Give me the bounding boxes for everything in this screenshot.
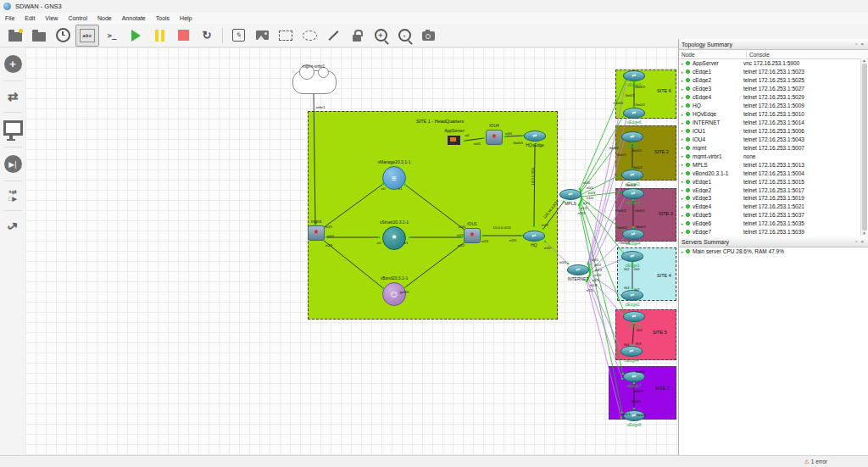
draw-ellipse-icon[interactable]: [298, 25, 320, 46]
link[interactable]: [579, 205, 622, 413]
expand-arrow-icon[interactable]: ▸: [679, 162, 686, 167]
table-row[interactable]: ▸HQtelnet 172.16.253.1:5009: [679, 102, 868, 110]
expand-arrow-icon[interactable]: ▸: [679, 103, 686, 108]
scroll-down-icon[interactable]: ▼: [862, 231, 865, 236]
menu-control[interactable]: Control: [63, 14, 92, 22]
node-vedge5[interactable]: [623, 70, 645, 81]
close-panel-icon[interactable]: ×: [859, 239, 865, 244]
node-cedge4[interactable]: [620, 346, 643, 357]
expand-arrow-icon[interactable]: ▸: [679, 69, 686, 75]
expand-arrow-icon[interactable]: ▸: [679, 145, 686, 150]
scrollbar-thumb[interactable]: [862, 64, 867, 231]
node-cedge2[interactable]: [621, 290, 643, 301]
node-mgmt[interactable]: [308, 225, 325, 241]
table-row[interactable]: ▸mgmttelnet 172.16.253.1:5007: [679, 143, 868, 152]
node-internet[interactable]: [567, 264, 589, 275]
browse-routers-icon[interactable]: +: [4, 55, 22, 73]
link[interactable]: [534, 145, 535, 226]
server-row[interactable]: ▸ Main server CPU 28.6%, RAM 47.9%: [679, 247, 868, 256]
node-iou1[interactable]: [464, 228, 481, 243]
table-row[interactable]: ▸vEdge3telnet 172.16.253.1:5019: [679, 194, 868, 203]
menu-help[interactable]: Help: [175, 14, 197, 22]
menu-tools[interactable]: Tools: [151, 14, 175, 22]
table-row[interactable]: ▸MPLStelnet 172.16.253.1:5013: [679, 160, 868, 169]
node-vsmart[interactable]: *: [382, 226, 406, 250]
expand-arrow-icon[interactable]: ▸: [679, 136, 686, 142]
link[interactable]: [580, 77, 627, 189]
console-to-all-nodes-icon[interactable]: >_: [101, 25, 123, 46]
browse-switches-icon[interactable]: ⇄: [2, 89, 24, 104]
expand-arrow-icon[interactable]: ▸: [679, 128, 686, 133]
table-row[interactable]: ▸HQvEdgetelnet 172.16.253.1:5010: [679, 110, 868, 119]
topology-canvas[interactable]: SITE 1 - HeadQuartersSITE 6SITE 2SITE 3S…: [25, 47, 678, 455]
column-node[interactable]: Node: [679, 52, 747, 58]
draw-line-icon[interactable]: [322, 25, 344, 46]
node-vedge3[interactable]: [622, 188, 644, 199]
draw-rectangle-icon[interactable]: [275, 25, 297, 46]
zoom-out-icon[interactable]: -: [393, 25, 415, 46]
node-vedge6[interactable]: [623, 108, 645, 119]
open-project-icon[interactable]: [28, 25, 50, 46]
screenshot-icon[interactable]: [417, 25, 439, 46]
expand-arrow-icon[interactable]: ▸: [679, 170, 686, 175]
error-indicator[interactable]: ⚠ 1 error: [804, 459, 827, 465]
link[interactable]: [405, 242, 465, 287]
node-vbond[interactable]: ☺: [382, 282, 406, 306]
menu-node[interactable]: Node: [92, 14, 117, 22]
table-row[interactable]: ▸vEdge5telnet 172.16.253.1:5037: [679, 211, 868, 220]
browse-all-devices-icon[interactable]: +⇄ □▶: [2, 189, 24, 203]
snapshot-icon[interactable]: [52, 25, 74, 46]
table-row[interactable]: ▸cEdge4telnet 172.16.253.1:5029: [679, 93, 868, 102]
table-row[interactable]: ▸vEdge7telnet 172.16.253.1:5039: [679, 228, 868, 236]
node-cedge1[interactable]: [621, 251, 643, 262]
link[interactable]: [405, 185, 465, 230]
node-hqvedge[interactable]: [524, 131, 546, 142]
link[interactable]: [588, 80, 626, 263]
expand-arrow-icon[interactable]: ▸: [679, 95, 686, 100]
expand-arrow-icon[interactable]: ▸: [679, 112, 686, 117]
table-row[interactable]: ▸cEdge3telnet 172.16.253.1:5027: [679, 85, 868, 93]
browse-end-devices-icon[interactable]: [3, 120, 23, 136]
link[interactable]: [314, 92, 315, 225]
topology-scrollbar[interactable]: ▲ ▼: [860, 58, 867, 236]
add-note-icon[interactable]: ✎: [227, 25, 249, 46]
expand-arrow-icon[interactable]: ▸: [679, 153, 686, 158]
reload-all-nodes-icon[interactable]: ↻: [196, 25, 218, 46]
node-hq[interactable]: [523, 231, 545, 242]
node-appserver[interactable]: [446, 135, 463, 149]
start-all-nodes-icon[interactable]: [125, 25, 147, 46]
table-row[interactable]: ▸vEdge2telnet 172.16.253.1:5017: [679, 186, 868, 194]
node-mpls[interactable]: [559, 189, 581, 200]
link[interactable]: [323, 184, 383, 228]
link[interactable]: [465, 138, 484, 141]
table-row[interactable]: ▸vEdge4telnet 172.16.253.1:5021: [679, 203, 868, 211]
stop-all-nodes-icon[interactable]: [172, 25, 194, 46]
table-row[interactable]: ▸IOU1telnet 172.16.253.1:5006: [679, 127, 868, 136]
topology-column-headers[interactable]: Node Console: [679, 50, 868, 59]
new-project-icon[interactable]: [4, 25, 26, 46]
table-row[interactable]: ▸mgmt-virbr1none: [679, 152, 868, 160]
menu-view[interactable]: View: [40, 14, 63, 22]
expand-arrow-icon[interactable]: ▸: [679, 78, 686, 83]
expand-arrow-icon[interactable]: ▸: [679, 213, 686, 218]
link[interactable]: [505, 136, 523, 136]
zoom-in-icon[interactable]: +: [370, 25, 392, 46]
node-vedge2[interactable]: [621, 170, 643, 181]
expand-arrow-icon[interactable]: ▸: [679, 221, 686, 226]
node-vedge4[interactable]: [622, 229, 644, 240]
table-row[interactable]: ▸vEdge6telnet 172.16.253.1:5035: [679, 220, 868, 228]
column-console[interactable]: Console: [747, 52, 868, 58]
table-row[interactable]: ▸vBond20.3.1-1telnet 172.16.253.1:5004: [679, 169, 868, 177]
expand-arrow-icon[interactable]: ▸: [679, 86, 686, 92]
menu-annotate[interactable]: Annotate: [117, 14, 151, 22]
scroll-up-icon[interactable]: ▲: [862, 58, 865, 63]
expand-arrow-icon[interactable]: ▸: [679, 196, 686, 201]
table-row[interactable]: ▸cEdge2telnet 172.16.253.1:5025: [679, 76, 868, 85]
table-row[interactable]: ▸IOU4telnet 172.16.253.1:5043: [679, 135, 868, 143]
table-row[interactable]: ▸AppServervnc 172.16.253.1:5900: [679, 59, 868, 68]
link[interactable]: [581, 110, 626, 191]
insert-picture-icon[interactable]: [251, 25, 273, 46]
node-cedge3[interactable]: [623, 311, 645, 322]
expand-arrow-icon[interactable]: ▸: [679, 120, 686, 125]
menu-edit[interactable]: Edit: [19, 14, 40, 22]
